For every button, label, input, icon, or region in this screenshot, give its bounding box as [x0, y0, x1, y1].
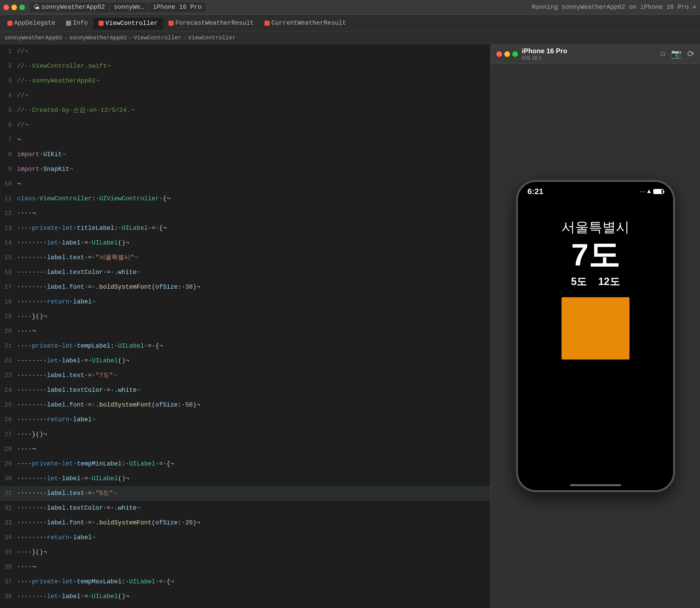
- line-num-39: 39: [0, 604, 17, 608]
- main-content: 1 //¬ 2 //··ViewController.swift¬ 3 //··…: [0, 44, 700, 608]
- sim-maximize-button[interactable]: [512, 51, 518, 57]
- line-content-18: ········return·label¬: [17, 294, 490, 309]
- close-button[interactable]: [3, 4, 9, 10]
- code-line-8: 8 import·UIKit¬: [0, 147, 490, 162]
- line-content-26: ········return·label¬: [17, 413, 490, 427]
- code-line-20: 20 ····¬: [0, 324, 490, 339]
- line-content-35: ····}()¬: [17, 545, 490, 560]
- phone-screen: 서울특별시 7도 5도 12도: [518, 201, 673, 490]
- line-content-15: ········label.text·=·"서울특별시"¬: [17, 250, 490, 265]
- sim-minimize-button[interactable]: [504, 51, 510, 57]
- line-num-19: 19: [0, 309, 17, 324]
- file-tab-forecast[interactable]: ForecastWeatherResult: [163, 17, 259, 30]
- line-num-24: 24: [0, 383, 17, 398]
- code-editor[interactable]: 1 //¬ 2 //··ViewController.swift¬ 3 //··…: [0, 44, 490, 608]
- file-tab-info[interactable]: Info: [61, 17, 93, 30]
- line-content-11: class·ViewController:·UIViewController·{…: [17, 191, 490, 206]
- file-tab-info-label: Info: [73, 20, 88, 26]
- line-content-4: //¬: [17, 89, 490, 103]
- code-line-5: 5 //··Created·by·손검·on·12/5/24.¬: [0, 103, 490, 118]
- code-line-25: 25 ········label.font·=·.boldSystemFont(…: [0, 398, 490, 413]
- line-content-6: //¬: [17, 118, 490, 133]
- sim-close-button[interactable]: [497, 51, 502, 57]
- line-content-24: ········label.textColor·=·.white¬: [17, 383, 490, 398]
- breadcrumb-4[interactable]: ViewController: [188, 35, 236, 41]
- line-content-25: ········label.font·=·.boldSystemFont(ofS…: [17, 398, 490, 413]
- line-content-32: ········label.textColor·=·.white¬: [17, 501, 490, 516]
- tab-app[interactable]: 🌤 sonnyWeatherApp02: [30, 3, 109, 12]
- code-line-38: 38 ········let·label·=·UILabel()¬: [0, 589, 490, 604]
- file-tab-viewcontroller[interactable]: ViewController: [94, 17, 163, 30]
- line-num-18: 18: [0, 294, 17, 309]
- add-tab-button[interactable]: +: [692, 3, 697, 12]
- line-content-1: //¬: [17, 44, 490, 59]
- code-line-34: 34 ········return·label¬: [0, 530, 490, 545]
- line-num-3: 3: [0, 74, 17, 89]
- tab-we[interactable]: sonnyWe…: [110, 3, 148, 12]
- line-num-11: 11: [0, 191, 17, 206]
- breadcrumb-sep-3: ›: [183, 35, 186, 41]
- line-content-19: ····}()¬: [17, 309, 490, 324]
- line-content-23: ········label.text·=·"7도"¬: [17, 368, 490, 383]
- swift-icon: [7, 21, 13, 26]
- line-num-9: 9: [0, 162, 17, 177]
- line-content-3: //··sonnyWeatherApp02¬: [17, 74, 490, 89]
- code-line-12: 12 ····¬: [0, 206, 490, 221]
- code-line-24: 24 ········label.textColor·=·.white¬: [0, 383, 490, 398]
- line-content-2: //··ViewController.swift¬: [17, 59, 490, 74]
- sim-title-area: iPhone 16 Pro iOS 18.1: [522, 47, 656, 61]
- line-content-5: //··Created·by·손검·on·12/5/24.¬: [17, 103, 490, 118]
- line-num-17: 17: [0, 280, 17, 294]
- code-line-2: 2 //··ViewController.swift¬: [0, 59, 490, 74]
- code-line-23: 23 ········label.text·=·"7도"¬: [0, 368, 490, 383]
- file-tab-forecast-label: ForecastWeatherResult: [175, 20, 254, 26]
- line-num-23: 23: [0, 368, 17, 383]
- line-num-38: 38: [0, 589, 17, 604]
- minimize-button[interactable]: [11, 4, 17, 10]
- battery-fill: [654, 190, 661, 193]
- code-line-35: 35 ····}()¬: [0, 545, 490, 560]
- line-num-4: 4: [0, 89, 17, 103]
- sim-rotate-button[interactable]: ⟳: [687, 49, 694, 59]
- line-content-8: import·UIKit¬: [17, 147, 490, 162]
- code-line-28: 28 ····¬: [0, 442, 490, 457]
- code-line-33: 33 ········label.font·=·.boldSystemFont(…: [0, 516, 490, 530]
- line-num-20: 20: [0, 324, 17, 339]
- code-line-26: 26 ········return·label¬: [0, 413, 490, 427]
- line-content-14: ········let·label·=·UILabel()¬: [17, 236, 490, 250]
- code-line-37: 37 ····private·let·tempMaxLabel:·UILabel…: [0, 574, 490, 589]
- app-tab-icon: 🌤: [34, 3, 40, 11]
- breadcrumb-2[interactable]: sonnyWeatherApp02: [69, 35, 127, 41]
- line-content-22: ········let·label·=·UILabel()¬: [17, 354, 490, 368]
- code-line-39: 39 ········label.text·=·"12도"¬: [0, 604, 490, 608]
- tab-iphone[interactable]: iPhone 16 Pro: [149, 3, 206, 12]
- phone-city-label: 서울특별시: [562, 218, 629, 236]
- sim-toolbar: iPhone 16 Pro iOS 18.1 ⌂ 📷 ⟳: [491, 44, 700, 64]
- code-line-10: 10 ¬: [0, 177, 490, 191]
- sim-screenshot-button[interactable]: 📷: [671, 49, 682, 59]
- run-status: Running sonnyWeatherApp02 on iPhone 16 P…: [532, 4, 689, 11]
- sim-device-name: iPhone 16 Pro: [522, 47, 656, 55]
- title-bar: 🌤 sonnyWeatherApp02 sonnyWe… iPhone 16 P…: [0, 0, 700, 15]
- sim-home-button[interactable]: ⌂: [660, 49, 665, 59]
- code-line-15: 15 ········label.text·=·"서울특별시"¬: [0, 250, 490, 265]
- signal-icon: ···: [640, 188, 645, 195]
- line-content-39: ········label.text·=·"12도"¬: [17, 604, 490, 608]
- phone-frame-wrapper: 6:21 ··· ▲ 서울특별시 7도 5도 12도: [508, 64, 683, 608]
- sim-traffic-lights: [497, 51, 518, 57]
- breadcrumb-3[interactable]: ViewController: [134, 35, 181, 41]
- code-line-19: 19 ····}()¬: [0, 309, 490, 324]
- phone-status-icons: ··· ▲: [640, 188, 663, 195]
- line-num-10: 10: [0, 177, 17, 191]
- breadcrumb-1[interactable]: sonnyWeatherApp02: [4, 35, 62, 41]
- line-num-7: 7: [0, 133, 17, 147]
- line-content-10: ¬: [17, 177, 490, 191]
- code-line-21: 21 ····private·let·tempLabel:·UILabel·=·…: [0, 339, 490, 354]
- line-num-13: 13: [0, 221, 17, 236]
- line-num-12: 12: [0, 206, 17, 221]
- line-num-25: 25: [0, 398, 17, 413]
- maximize-button[interactable]: [19, 4, 25, 10]
- breadcrumb-sep-1: ›: [64, 35, 67, 41]
- file-tab-appdelegate[interactable]: AppDelegate: [2, 17, 60, 30]
- file-tab-current[interactable]: CurrentWeatherResult: [259, 17, 351, 30]
